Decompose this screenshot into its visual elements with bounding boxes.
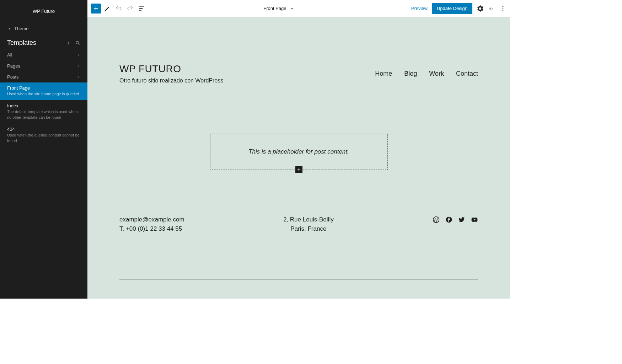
list-view-button[interactable] [136,4,146,14]
plus-icon [296,167,301,172]
typography-icon[interactable]: Aa [488,5,495,12]
sidebar: WP Futuro Theme Templates All Pages Post… [0,0,87,299]
chevron-right-icon [76,64,80,68]
chevron-right-icon [76,75,80,79]
city-line[interactable]: Paris, France [283,225,334,232]
address-line[interactable]: 2, Rue Louis-Boilly [283,216,334,223]
gear-icon[interactable] [477,5,484,12]
svg-point-3 [503,8,504,9]
social-links[interactable] [433,216,478,223]
sidebar-section-header: Templates [0,35,87,49]
svg-point-2 [503,6,504,7]
nav-item-contact[interactable]: Contact [456,70,478,77]
chevron-left-icon [7,26,12,31]
back-label: Theme [14,26,28,31]
footer-divider[interactable] [119,279,478,279]
chevron-right-icon [76,53,80,57]
sidebar-item-pages[interactable]: Pages [0,60,87,71]
plus-icon [92,5,100,12]
youtube-icon[interactable] [471,216,478,223]
redo-icon [127,5,134,12]
page-title-dropdown[interactable]: Front Page [263,6,294,11]
more-icon[interactable] [499,5,506,12]
site-title-block[interactable]: WP FUTURO [119,63,223,75]
edit-button[interactable] [102,4,112,14]
preview-link[interactable]: Preview [411,6,428,11]
add-block-inline-button[interactable] [295,166,302,173]
svg-point-4 [503,10,504,11]
undo-icon [115,5,122,12]
wordpress-icon[interactable] [433,216,440,223]
chevron-down-icon [289,6,294,11]
header-section[interactable]: WP FUTURO Otro futuro sitio realizado co… [119,17,478,84]
add-block-button[interactable] [91,4,101,14]
plus-icon[interactable] [66,41,71,46]
template-index[interactable]: Index The default template which is used… [0,100,87,124]
nav-item-home[interactable]: Home [375,70,392,77]
facebook-icon[interactable] [445,216,452,223]
contact-phone[interactable]: T. +00 (0)1 22 33 44 55 [119,225,184,232]
sidebar-item-all[interactable]: All [0,49,87,60]
back-button[interactable]: Theme [0,22,87,35]
twitter-icon[interactable] [458,216,465,223]
placeholder-text: This is a placeholder for post content. [225,148,373,155]
nav-item-work[interactable]: Work [429,70,444,77]
search-icon[interactable] [75,41,80,46]
template-front-page[interactable]: Front Page Used when the site home page … [0,82,87,100]
template-404[interactable]: 404 Used when the queried content cannot… [0,124,87,147]
list-icon [138,5,145,12]
update-button[interactable]: Update Design [432,3,472,14]
footer-columns[interactable]: example@example.com T. +00 (0)1 22 33 44… [119,216,478,232]
navigation-block[interactable]: Home Blog Work Contact [375,70,478,77]
sidebar-item-posts[interactable]: Posts [0,71,87,82]
post-content-placeholder[interactable]: This is a placeholder for post content. [210,134,388,170]
topbar: Front Page Preview Update Design Aa [87,0,510,17]
svg-point-0 [76,41,79,44]
tagline-block[interactable]: Otro futuro sitio realizado con WordPres… [119,77,223,84]
nav-item-blog[interactable]: Blog [404,70,417,77]
redo-button[interactable] [125,4,135,14]
sidebar-section-title: Templates [7,39,36,47]
editor-canvas[interactable]: WP FUTURO Otro futuro sitio realizado co… [87,17,510,299]
undo-button[interactable] [114,4,124,14]
site-title: WP Futuro [0,0,87,22]
pencil-icon [104,5,111,12]
svg-text:Aa: Aa [489,7,494,11]
contact-email[interactable]: example@example.com [119,216,184,223]
